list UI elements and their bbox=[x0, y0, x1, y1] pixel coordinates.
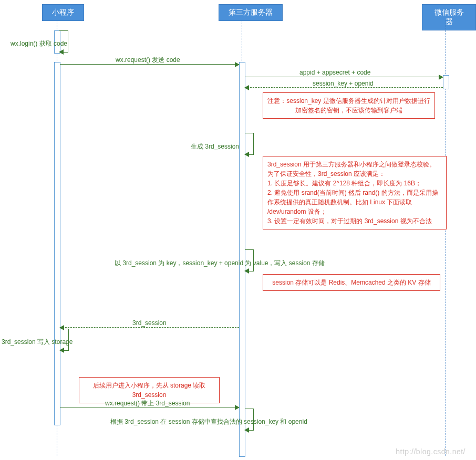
actor-wechat-server: 微信服务器 bbox=[422, 4, 476, 30]
msg-gen-3rdsession-label: 生成 3rd_session bbox=[191, 142, 239, 151]
note-sessionkey-warning: 注意：session_key 是微信服务器生成的针对用户数据进行加密签名的密钥，… bbox=[263, 92, 435, 119]
arrow-sessionkey bbox=[245, 87, 443, 88]
note-3rdsession-detail: 3rd_session 用于第三方服务器和小程序之间做登录态校验。为了保证安全性… bbox=[263, 156, 447, 229]
actor-miniprogram: 小程序 bbox=[42, 4, 84, 21]
msg-wxlogin-label: wx.login() 获取 code bbox=[11, 39, 67, 48]
arrow-3rdsession-return bbox=[60, 327, 239, 328]
actor-third-party-server: 第三方服务器 bbox=[219, 4, 283, 21]
msg-write-session-label: 以 3rd_session 为 key，session_key + openid… bbox=[115, 259, 325, 268]
msg-wxrequest-3rdsession-label: wx.request() 带上 3rd_session bbox=[105, 399, 190, 408]
note-3rdsession-l3: 2. 避免使用 srand(当前时间) 然后 rand() 的方法，而是采用操作… bbox=[267, 188, 442, 216]
note-3rdsession-l1: 3rd_session 用于第三方服务器和小程序之间做登录态校验。为了保证安全性… bbox=[267, 160, 442, 179]
arrow-appid bbox=[245, 77, 443, 77]
activation-a1-2 bbox=[54, 62, 60, 425]
note-3rdsession-l2: 1. 长度足够长。建议有 2^128 种组合，即长度为 16B； bbox=[267, 179, 442, 188]
note-session-store: session 存储可以是 Redis、Memcached 之类的 KV 存储 bbox=[263, 274, 440, 291]
msg-lookup-label: 根据 3rd_session 在 session 存储中查找合法的 sessio… bbox=[110, 417, 307, 426]
msg-write-storage-label: 3rd_session 写入 storage bbox=[2, 338, 73, 347]
watermark: http://blog.csdn.net/ bbox=[396, 447, 465, 456]
msg-appid-label: appid + appsecret + code bbox=[299, 69, 370, 76]
activation-a3-1 bbox=[443, 75, 449, 89]
note-3rdsession-l4: 3. 设置一定有效时间，对于过期的 3rd_session 视为不合法 bbox=[267, 216, 442, 226]
msg-3rdsession-return-label: 3rd_session bbox=[132, 319, 167, 327]
self-msg-gen-3rdsession bbox=[245, 133, 254, 155]
msg-wxrequest-code-label: wx.request() 发送 code bbox=[116, 56, 180, 65]
msg-sessionkey-label: session_key + openid bbox=[313, 80, 374, 87]
